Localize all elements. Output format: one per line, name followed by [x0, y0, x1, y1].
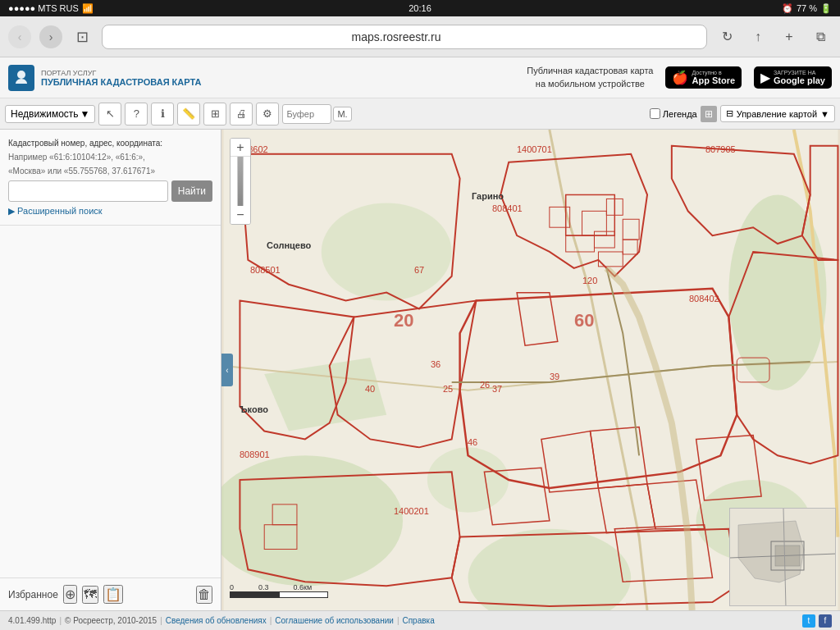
- add-fav-icon: ⊕: [65, 587, 75, 601]
- zoom-slider-track[interactable]: [237, 157, 244, 206]
- add-favorite-button[interactable]: ⊕: [63, 585, 77, 604]
- svg-point-5: [322, 203, 452, 300]
- twitter-icon: t: [808, 616, 810, 625]
- search-panel: Кадастровый номер, адрес, координата: На…: [0, 130, 221, 226]
- settings-button[interactable]: ⚙: [256, 103, 279, 126]
- portal-title: ПОРТАЛ УСЛУГ: [41, 69, 201, 77]
- portal-subtitle: ПУБЛИЧНАЯ КАДАСТРОВАЯ КАРТА: [41, 77, 201, 87]
- favorites-label: Избранное: [8, 589, 58, 600]
- portal-text: ПОРТАЛ УСЛУГ ПУБЛИЧНАЯ КАДАСТРОВАЯ КАРТА: [41, 69, 201, 87]
- status-bar: ●●●●● MTS RUS 📶 20:16 ⏰ 77 % 🔋: [0, 0, 840, 16]
- googleplay-text: ЗАГРУЗИТЕ НА Google play: [774, 70, 825, 85]
- footer-sep3: |: [270, 616, 272, 625]
- twitter-button[interactable]: t: [802, 614, 815, 628]
- buffer-input[interactable]: [282, 104, 331, 124]
- print-button[interactable]: 🖨: [230, 103, 253, 126]
- google-icon: ▶: [760, 70, 770, 85]
- body-area: Кадастровый номер, адрес, координата: На…: [0, 130, 840, 610]
- zoom-in-button[interactable]: +: [231, 139, 250, 157]
- tabs-button[interactable]: ⧉: [809, 25, 832, 48]
- property-dropdown[interactable]: Недвижимость ▼: [5, 105, 95, 123]
- favorite-map-button[interactable]: 🗺: [82, 586, 98, 604]
- portal-logo: ПОРТАЛ УСЛУГ ПУБЛИЧНАЯ КАДАСТРОВАЯ КАРТА: [8, 65, 201, 91]
- area-icon: ⊞: [211, 107, 220, 120]
- legend-checkbox-label[interactable]: Легенда: [650, 108, 697, 119]
- scale-seg-1: [230, 591, 279, 598]
- question-tool-button[interactable]: ?: [125, 103, 148, 126]
- measure-tool-button[interactable]: 📏: [177, 103, 200, 126]
- property-label: Недвижимость: [11, 108, 79, 120]
- version-text: 4.01.499.http: [8, 616, 56, 625]
- ruler-icon: 📏: [182, 107, 195, 120]
- scale-seg-2: [279, 591, 328, 598]
- logo-icon: [8, 65, 34, 91]
- footer: 4.01.499.http | © Росреестр, 2010-2015 |…: [0, 610, 840, 630]
- facebook-button[interactable]: f: [819, 614, 832, 628]
- share-icon: ↑: [755, 30, 761, 44]
- search-input[interactable]: [8, 180, 168, 202]
- map-fav-icon: 🗺: [84, 587, 97, 601]
- apple-icon: 🍎: [672, 70, 688, 85]
- bookmark-icon: ⊡: [76, 29, 89, 45]
- social-links: t f: [802, 614, 832, 628]
- favorite-list-button[interactable]: 📋: [103, 585, 123, 604]
- legend-checkbox[interactable]: [650, 108, 660, 119]
- back-button[interactable]: ‹: [8, 25, 31, 48]
- search-button[interactable]: Найти: [171, 180, 212, 202]
- reload-button[interactable]: ↻: [715, 25, 738, 48]
- gear-icon: ⚙: [262, 107, 272, 120]
- layers-icon: ⊟: [726, 108, 733, 119]
- mobile-promo: Публичная кадастровая карта на мобильном…: [527, 65, 832, 90]
- googleplay-badge[interactable]: ▶ ЗАГРУЗИТЕ НА Google play: [754, 66, 832, 89]
- area-tool-button[interactable]: ⊞: [203, 103, 226, 126]
- minimap[interactable]: [729, 508, 836, 606]
- manage-map-label: Управление картой: [737, 109, 817, 119]
- trash-icon: 🗑: [198, 587, 211, 601]
- share-button[interactable]: ↑: [746, 25, 769, 48]
- new-tab-button[interactable]: +: [778, 25, 801, 48]
- legend-icon-btn[interactable]: ⊞: [701, 106, 717, 122]
- zoom-controls: + −: [230, 138, 251, 225]
- sidebar: Кадастровый номер, адрес, координата: На…: [0, 130, 221, 610]
- battery-pct: 77 %: [797, 3, 817, 13]
- buffer-unit: М.: [333, 107, 351, 121]
- help-link[interactable]: Справка: [402, 616, 434, 625]
- footer-sep2: |: [160, 616, 162, 625]
- zoom-out-button[interactable]: −: [231, 206, 250, 224]
- scale-bar: 0 0.3 0.6км: [230, 583, 328, 598]
- collapse-icon: ‹: [226, 366, 228, 375]
- info-icon: ℹ: [161, 107, 165, 120]
- question-icon: ?: [134, 107, 139, 120]
- tabs-icon: ⧉: [816, 30, 825, 44]
- select-tool-button[interactable]: ↖: [98, 103, 121, 126]
- url-bar[interactable]: [102, 25, 707, 49]
- info-tool-button[interactable]: ℹ: [151, 103, 174, 126]
- map-container[interactable]: 808602 1400701 807905 808401 808501 8084…: [221, 130, 840, 610]
- scale-label-03: 0.3: [258, 583, 269, 591]
- terms-link[interactable]: Соглашение об использовании: [275, 616, 394, 625]
- updates-link[interactable]: Сведения об обновлениях: [166, 616, 267, 625]
- forward-button[interactable]: ›: [39, 25, 62, 48]
- search-hint: Кадастровый номер, адрес, координата:: [8, 138, 212, 149]
- carrier-text: ●●●●● MTS RUS: [8, 3, 79, 13]
- sidebar-collapse-button[interactable]: ‹: [221, 354, 233, 386]
- svg-point-0: [17, 71, 25, 79]
- bookmark-button[interactable]: ⊡: [71, 25, 94, 48]
- battery-icon: 🔋: [820, 3, 832, 14]
- mobile-text-line2: на мобильном устройстве: [527, 78, 653, 90]
- time-display: 20:16: [409, 3, 431, 13]
- cursor-icon: ↖: [106, 107, 115, 120]
- delete-favorite-button[interactable]: 🗑: [196, 586, 212, 604]
- advanced-search-link[interactable]: ▶ Расширенный поиск: [8, 206, 212, 217]
- dropdown-arrow-icon: ▼: [80, 108, 90, 120]
- scale-bar-graphic: [230, 591, 328, 598]
- map-toolbar: Недвижимость ▼ ↖ ? ℹ 📏 ⊞ 🖨 ⚙ М.: [0, 98, 840, 130]
- search-example2: «Москва» или «55.755768, 37.617671»: [8, 167, 212, 176]
- appstore-badge[interactable]: 🍎 Доступно в App Store: [665, 66, 742, 89]
- footer-sep1: |: [59, 616, 62, 625]
- manage-map-button[interactable]: ⊟ Управление картой ▼: [720, 105, 835, 122]
- wifi-icon: 📶: [82, 3, 94, 14]
- search-row: Найти: [8, 180, 212, 202]
- buffer-input-group: М.: [282, 104, 351, 124]
- alarm-icon: ⏰: [782, 3, 793, 14]
